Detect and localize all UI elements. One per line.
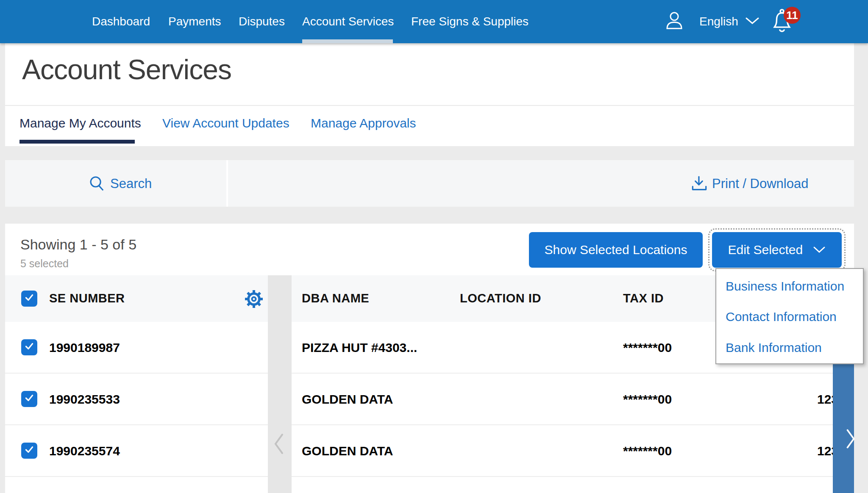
se-number-header: SE NUMBER	[49, 291, 125, 305]
chevron-down-icon	[809, 243, 826, 257]
location-id-header: LOCATION ID	[460, 291, 541, 305]
download-icon	[690, 174, 709, 195]
check-icon	[24, 393, 35, 405]
notification-badge: 11	[784, 7, 801, 24]
user-profile-button[interactable]	[665, 0, 684, 43]
showing-count: Showing 1 - 5 of 5	[20, 236, 136, 253]
menu-item-contact-information[interactable]: Contact Information	[726, 310, 837, 324]
edit-selected-button[interactable]: Edit Selected	[712, 232, 842, 268]
se-number-header-row: SE NUMBER	[5, 275, 268, 322]
search-icon	[88, 175, 107, 195]
chevron-down-icon	[744, 16, 761, 28]
toolbar-divider	[226, 160, 228, 207]
menu-item-bank-information[interactable]: Bank Information	[726, 341, 822, 355]
print-download-label: Print / Download	[712, 176, 808, 191]
dba-name-header: DBA NAME	[302, 291, 369, 305]
top-navbar: Dashboard Payments Disputes Account Serv…	[0, 0, 868, 43]
active-tab-underline	[19, 140, 135, 144]
edit-selected-label: Edit Selected	[728, 243, 803, 257]
user-icon	[665, 10, 684, 33]
selected-count: 5 selected	[20, 258, 69, 270]
nav-item-account-services[interactable]: Account Services	[302, 0, 394, 43]
tax-id-header: TAX ID	[623, 291, 664, 305]
chevron-left-icon[interactable]	[271, 431, 287, 458]
search-label: Search	[110, 176, 152, 191]
language-selector[interactable]: English	[699, 0, 738, 43]
tax-id-value: *******00	[623, 444, 672, 458]
table-row-partial	[5, 477, 268, 490]
select-all-checkbox[interactable]	[21, 291, 37, 307]
nav-item-disputes[interactable]: Disputes	[239, 0, 285, 43]
nav-item-free-signs-supplies[interactable]: Free Signs & Supplies	[411, 0, 529, 43]
active-nav-underline	[302, 39, 393, 43]
page-title: Account Services	[22, 53, 231, 86]
row-checkbox[interactable]	[21, 391, 37, 407]
se-number-value: 1990235574	[49, 444, 120, 458]
dba-name-value: GOLDEN DATA	[302, 444, 393, 458]
tab-manage-my-accounts[interactable]: Manage My Accounts	[19, 116, 141, 130]
header-divider	[5, 105, 854, 106]
tab-manage-approvals[interactable]: Manage Approvals	[311, 116, 416, 130]
page-header: Account Services Manage My Accounts View…	[5, 43, 854, 146]
table-row: GOLDEN DATA *******00 123	[292, 425, 854, 477]
dba-name-value: PIZZA HUT #4303...	[302, 341, 417, 355]
row-checkbox[interactable]	[21, 443, 37, 459]
table-row: GOLDEN DATA *******00 123	[292, 374, 854, 425]
scroll-right-button[interactable]	[833, 363, 854, 493]
tab-view-account-updates[interactable]: View Account Updates	[162, 116, 289, 130]
edit-selected-menu: Business Information Contact Information…	[715, 268, 864, 364]
se-number-column: SE NUMBER	[5, 275, 268, 493]
account-services-page: Dashboard Payments Disputes Account Serv…	[0, 0, 868, 493]
row-checkbox[interactable]	[21, 339, 37, 355]
tax-id-value: *******00	[623, 341, 672, 355]
language-label: English	[699, 15, 738, 28]
table-row: 1990235574	[5, 425, 268, 477]
tax-id-value: *******00	[623, 392, 672, 407]
nav-item-dashboard[interactable]: Dashboard	[92, 0, 150, 43]
check-icon	[24, 444, 35, 457]
se-number-value: 1990235533	[49, 392, 120, 407]
menu-item-business-information[interactable]: Business Information	[726, 279, 844, 294]
language-chevron[interactable]	[744, 0, 761, 43]
show-selected-locations-button[interactable]: Show Selected Locations	[529, 232, 703, 268]
dba-name-value: GOLDEN DATA	[302, 392, 393, 407]
check-icon	[24, 292, 35, 305]
table-row-partial	[292, 477, 854, 490]
column-divider-gap	[268, 275, 292, 493]
check-icon	[24, 341, 35, 354]
table-toolbar: Search Print / Download	[5, 160, 854, 207]
nav-item-payments[interactable]: Payments	[168, 0, 221, 43]
table-row: 1990235533	[5, 374, 268, 425]
table-row: 1990189987	[5, 322, 268, 374]
gear-icon[interactable]	[244, 289, 264, 311]
se-number-value: 1990189987	[49, 341, 120, 355]
